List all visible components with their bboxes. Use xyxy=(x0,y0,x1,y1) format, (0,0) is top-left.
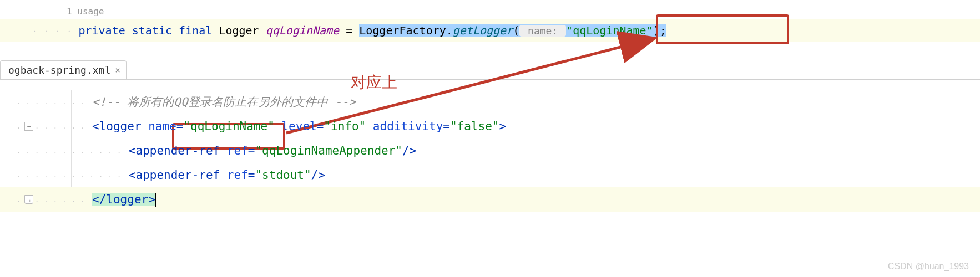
type-logger: Logger xyxy=(219,24,259,37)
usage-hint[interactable]: 1 usage xyxy=(0,4,980,19)
close-icon[interactable]: × xyxy=(115,65,120,75)
caret xyxy=(155,193,156,207)
comment-close: --> xyxy=(328,95,356,109)
tag-logger: logger xyxy=(99,120,142,133)
comment-text: 将所有的QQ登录名防止在另外的文件中 xyxy=(127,95,327,109)
xml-appender-ref-1[interactable]: · · · · · · · · · · · · <appender-ref re… xyxy=(0,138,980,163)
keyword-final: final xyxy=(179,24,212,37)
tab-logback-spring[interactable]: ogback-spring.xml × xyxy=(0,60,127,79)
string-literal: "qqLoginName" xyxy=(566,24,653,37)
attr-name-value: "qqLoginName" xyxy=(183,120,274,133)
paren-close: ) xyxy=(653,24,660,37)
indent-dots: · · · · · · · · · · · · xyxy=(17,140,122,165)
bracket-open: < xyxy=(129,168,136,182)
java-editor-pane[interactable]: 1 usage · · · · private static final Log… xyxy=(0,0,980,42)
attr-ref: ref xyxy=(227,168,248,182)
attr-name: name xyxy=(148,120,176,133)
equals: = xyxy=(346,24,359,37)
attr-additivity: additivity xyxy=(373,120,443,133)
bracket-open: < xyxy=(92,120,99,133)
indent-dots: · · · · · · · · xyxy=(17,91,85,116)
tab-label: ogback-spring.xml xyxy=(8,64,110,76)
keyword-static: static xyxy=(132,24,172,37)
indent-dots: · · · · · · · · · · · · xyxy=(17,165,122,189)
comment-open: <!-- xyxy=(92,95,127,109)
attr-level-value: "info" xyxy=(324,120,366,133)
keyword-private: private xyxy=(78,24,125,37)
xml-appender-ref-2[interactable]: · · · · · · · · · · · · <appender-ref re… xyxy=(0,163,980,187)
selfclose: /> xyxy=(311,168,325,182)
tab-bar: ogback-spring.xml × xyxy=(0,58,980,80)
tag-logger-close: logger xyxy=(106,193,148,206)
java-code-line[interactable]: · · · · private static final Logger qqLo… xyxy=(0,19,980,42)
method-getlogger: getLogger xyxy=(453,24,513,37)
tag-appender-ref: appender-ref xyxy=(135,168,220,182)
attr-level: level xyxy=(281,120,316,133)
bracket-gt: > xyxy=(499,120,506,133)
bracket-open: < xyxy=(129,144,136,157)
factory-class: LoggerFactory xyxy=(359,24,446,37)
xml-logger-close[interactable]: ⌟ · · · · · · · · </logger> xyxy=(0,187,980,212)
bracket-gt: > xyxy=(148,193,155,206)
dot: . xyxy=(446,24,453,37)
indent-dots: · · · · xyxy=(32,27,78,36)
param-hint: name: xyxy=(519,25,566,37)
bracket-close-open: </ xyxy=(92,193,106,206)
variable-name: qqLoginName xyxy=(266,24,339,37)
tag-appender-ref: appender-ref xyxy=(135,144,220,157)
attr-ref-value-1: "qqLoginNameAppender" xyxy=(255,144,402,157)
attr-ref: ref xyxy=(227,144,248,157)
attr-additivity-value: "false" xyxy=(450,120,499,133)
semicolon: ; xyxy=(660,24,666,37)
xml-editor-pane[interactable]: · · · · · · · · <!-- 将所有的QQ登录名防止在另外的文件中 … xyxy=(0,80,980,212)
attr-ref-value-2: "stdout" xyxy=(255,168,311,182)
watermark: CSDN @huan_1993 xyxy=(888,261,969,271)
xml-logger-open[interactable]: − · · · · · · · · <logger name="qqLoginN… xyxy=(0,114,980,138)
paren-open: ( xyxy=(513,24,519,37)
selfclose: /> xyxy=(402,144,416,157)
fold-toggle-icon[interactable]: − xyxy=(24,122,33,131)
xml-comment-line[interactable]: · · · · · · · · <!-- 将所有的QQ登录名防止在另外的文件中 … xyxy=(0,90,980,114)
fold-end-icon[interactable]: ⌟ xyxy=(24,195,33,204)
